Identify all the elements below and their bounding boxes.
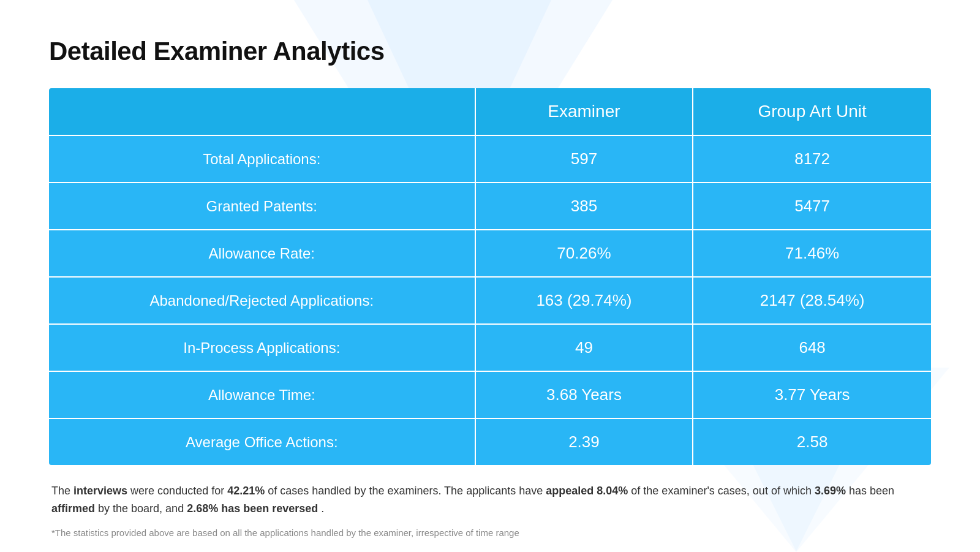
row-group-art-unit-value: 2.58 — [693, 418, 931, 465]
table-row: Granted Patents:3855477 — [49, 183, 931, 230]
footnote-text-6: by the board, and — [98, 502, 187, 515]
row-examiner-value: 385 — [475, 183, 693, 230]
interviews-bold: interviews — [74, 485, 127, 497]
affirmed-bold: affirmed — [51, 502, 95, 515]
footnote-text-end: . — [321, 502, 324, 515]
footnote-disclaimer: *The statistics provided above are based… — [51, 526, 929, 540]
row-label: Allowance Rate: — [49, 230, 475, 277]
row-label: Total Applications: — [49, 135, 475, 183]
footnote-section: The interviews were conducted for 42.21%… — [49, 482, 931, 540]
table-row: Allowance Rate:70.26%71.46% — [49, 230, 931, 277]
row-label: Abandoned/Rejected Applications: — [49, 277, 475, 324]
appealed-pct-bold: 8.04% — [597, 485, 628, 497]
analytics-table: Examiner Group Art Unit Total Applicatio… — [49, 88, 931, 465]
row-examiner-value: 70.26% — [475, 230, 693, 277]
row-group-art-unit-value: 2147 (28.54%) — [693, 277, 931, 324]
table-row: Abandoned/Rejected Applications:163 (29.… — [49, 277, 931, 324]
footnote-text-4: of the examiner's cases, out of which — [631, 485, 815, 497]
row-examiner-value: 163 (29.74%) — [475, 277, 693, 324]
row-label: Allowance Time: — [49, 371, 475, 418]
row-examiner-value: 597 — [475, 135, 693, 183]
row-group-art-unit-value: 8172 — [693, 135, 931, 183]
row-label: Granted Patents: — [49, 183, 475, 230]
header-label-col — [49, 88, 475, 135]
header-group-art-unit-col: Group Art Unit — [693, 88, 931, 135]
table-row: In-Process Applications:49648 — [49, 324, 931, 371]
header-examiner-col: Examiner — [475, 88, 693, 135]
appealed-bold: appealed — [546, 485, 594, 497]
table-row: Total Applications:5978172 — [49, 135, 931, 183]
row-examiner-value: 3.68 Years — [475, 371, 693, 418]
reversed-bold: 2.68% has been reversed — [187, 502, 318, 515]
interviews-pct-bold: 42.21% — [227, 485, 265, 497]
row-label: Average Office Actions: — [49, 418, 475, 465]
row-examiner-value: 2.39 — [475, 418, 693, 465]
table-row: Allowance Time:3.68 Years3.77 Years — [49, 371, 931, 418]
affirmed-pct-bold: 3.69% — [815, 485, 846, 497]
table-row: Average Office Actions:2.392.58 — [49, 418, 931, 465]
footnote-text-1: were conducted for — [130, 485, 227, 497]
page-title: Detailed Examiner Analytics — [49, 37, 931, 66]
footnote-text-5: has been — [849, 485, 894, 497]
row-group-art-unit-value: 648 — [693, 324, 931, 371]
row-examiner-value: 49 — [475, 324, 693, 371]
row-group-art-unit-value: 3.77 Years — [693, 371, 931, 418]
footnote-main: The interviews were conducted for 42.21%… — [51, 482, 929, 518]
row-label: In-Process Applications: — [49, 324, 475, 371]
row-group-art-unit-value: 5477 — [693, 183, 931, 230]
row-group-art-unit-value: 71.46% — [693, 230, 931, 277]
footnote-text-2: of cases handled by the examiners. The a… — [268, 485, 546, 497]
